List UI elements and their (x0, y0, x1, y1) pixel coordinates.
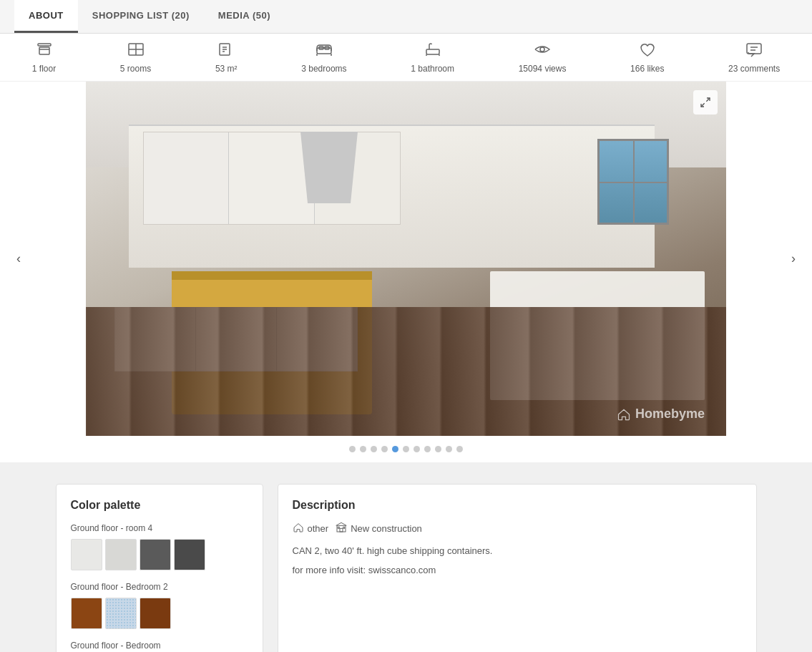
wall-cabinets (143, 132, 401, 225)
palette-title: Color palette (71, 499, 248, 512)
area-icon (217, 41, 235, 61)
svg-rect-1 (39, 47, 49, 54)
cabinet-1 (144, 132, 229, 224)
swatch-2-1[interactable] (71, 598, 102, 629)
island-top-edge (172, 271, 372, 280)
dot-5[interactable] (392, 446, 398, 452)
tab-media[interactable]: MEDIA (50) (204, 0, 285, 33)
room-group-3: Ground floor - Bedroom (71, 641, 248, 652)
building-icon (336, 522, 347, 535)
dot-11[interactable] (456, 446, 463, 452)
svg-line-21 (706, 98, 710, 102)
kitchen-scene: Homebyme (86, 82, 726, 436)
carousel-wrapper: ‹ (0, 82, 812, 436)
desc-tag-new-construction: New construction (336, 522, 422, 535)
svg-rect-26 (343, 527, 345, 528)
stat-likes-label: 166 likes (630, 64, 664, 74)
comments-icon (745, 41, 763, 61)
swatch-2-3[interactable] (140, 598, 171, 629)
dot-8[interactable] (424, 446, 431, 452)
stat-floor-label: 1 floor (32, 64, 56, 74)
room-label-1: Ground floor - room 4 (71, 523, 248, 533)
expand-button[interactable] (693, 90, 718, 115)
tag-other-label: other (308, 523, 329, 534)
watermark-home-icon (617, 407, 631, 422)
dot-2[interactable] (360, 446, 366, 452)
stat-bedrooms: 3 bedrooms (301, 41, 346, 74)
room-group-1: Ground floor - room 4 (71, 523, 248, 570)
tabs-bar: ABOUT SHOPPING LIST (20) MEDIA (50) (0, 0, 812, 34)
bathrooms-icon (424, 41, 441, 61)
carousel-next-button[interactable]: › (781, 246, 806, 272)
stat-comments-label: 23 comments (728, 64, 780, 74)
home-icon (293, 522, 304, 535)
window-frame-h (600, 182, 667, 183)
carousel-image: Homebyme (86, 82, 726, 436)
tab-about[interactable]: ABOUT (14, 0, 78, 33)
stat-views-label: 15094 views (519, 64, 567, 74)
content-grid: Color palette Ground floor - room 4 Grou… (56, 484, 757, 652)
bedrooms-icon (315, 41, 333, 61)
dot-3[interactable] (371, 446, 377, 452)
stat-likes: 166 likes (630, 41, 664, 74)
room-group-2: Ground floor - Bedroom 2 (71, 582, 248, 629)
main-content: Color palette Ground floor - room 4 Grou… (0, 462, 812, 652)
svg-rect-18 (747, 44, 761, 54)
dot-7[interactable] (414, 446, 420, 452)
stat-bathrooms: 1 bathroom (411, 41, 454, 74)
svg-line-22 (701, 103, 705, 107)
svg-rect-24 (340, 528, 343, 532)
swatch-1-1[interactable] (71, 539, 102, 570)
new-construction-icon (336, 522, 347, 533)
watermark-text: Homebyme (635, 407, 705, 422)
room-label-2: Ground floor - Bedroom 2 (71, 582, 248, 592)
description-text-2: for more info visit: swisscanco.com (293, 565, 742, 575)
stat-rooms-label: 5 rooms (120, 64, 151, 74)
tag-new-construction-label: New construction (351, 523, 422, 534)
stat-comments: 23 comments (728, 41, 780, 74)
svg-rect-0 (38, 44, 51, 46)
color-swatches-2 (71, 598, 248, 629)
carousel-section: ‹ (0, 82, 812, 462)
carousel-dots (0, 436, 812, 462)
dot-1[interactable] (349, 446, 356, 452)
swatch-1-2[interactable] (105, 539, 137, 570)
dot-6[interactable] (403, 446, 409, 452)
stats-bar: 1 floor 5 rooms 53 m² (0, 34, 812, 82)
carousel-prev-button[interactable]: ‹ (6, 246, 31, 272)
floor-icon (36, 41, 53, 61)
window (597, 139, 669, 225)
description-tags: other New construction (293, 522, 742, 535)
stat-views: 15094 views (519, 41, 567, 74)
svg-point-17 (540, 47, 544, 52)
tab-shopping-list[interactable]: SHOPPING LIST (20) (78, 0, 204, 33)
rooms-icon (127, 41, 145, 61)
stat-floor: 1 floor (32, 41, 56, 74)
swatch-2-2[interactable] (105, 598, 137, 629)
dot-4[interactable] (381, 446, 388, 452)
desc-tag-other: other (293, 522, 329, 535)
expand-icon (700, 97, 711, 108)
description-text-1: CAN 2, two 40' ft. high cube shipping co… (293, 544, 742, 559)
watermark: Homebyme (617, 407, 705, 422)
color-palette-panel: Color palette Ground floor - room 4 Grou… (56, 484, 263, 652)
stat-area: 53 m² (215, 41, 238, 74)
likes-icon (639, 41, 656, 61)
views-icon (534, 41, 551, 61)
dot-10[interactable] (446, 446, 452, 452)
cabinet-2 (229, 132, 314, 224)
color-swatches-1 (71, 539, 248, 570)
swatch-1-3[interactable] (140, 539, 171, 570)
svg-rect-25 (338, 527, 339, 528)
description-title: Description (293, 499, 742, 512)
stat-rooms: 5 rooms (120, 41, 151, 74)
dot-9[interactable] (435, 446, 441, 452)
stat-bathrooms-label: 1 bathroom (411, 64, 454, 74)
other-home-icon (293, 522, 304, 533)
stat-area-label: 53 m² (215, 64, 238, 74)
room-label-3: Ground floor - Bedroom (71, 641, 248, 651)
stat-bedrooms-label: 3 bedrooms (301, 64, 346, 74)
description-panel: Description other (278, 484, 757, 652)
swatch-1-4[interactable] (174, 539, 205, 570)
